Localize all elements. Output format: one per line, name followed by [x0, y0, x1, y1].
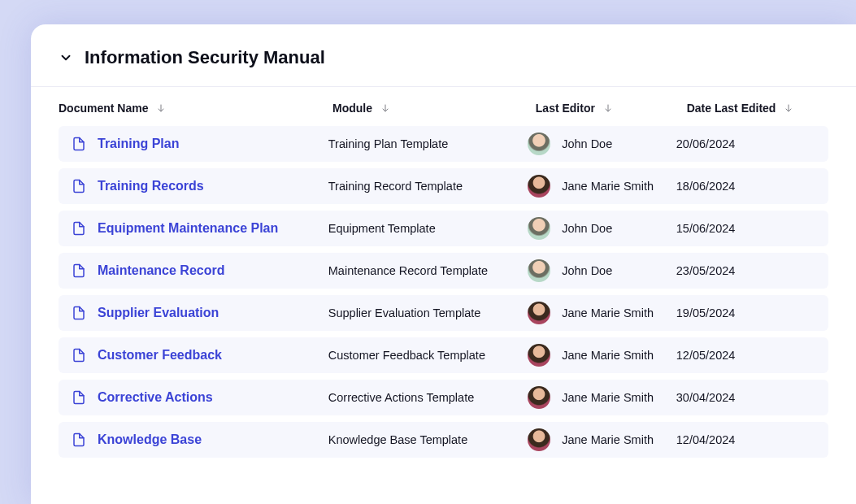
column-header-label: Document Name: [59, 102, 148, 115]
cell-editor: Jane Marie Smith: [528, 344, 676, 367]
cell-module: Equipment Template: [328, 222, 528, 235]
table-row[interactable]: Knowledge BaseKnowledge Base TemplateJan…: [59, 422, 828, 458]
cell-name: Customer Feedback: [72, 348, 328, 363]
column-header-module[interactable]: Module: [332, 102, 536, 115]
cell-name: Knowledge Base: [72, 432, 328, 447]
document-link[interactable]: Training Records: [98, 179, 204, 193]
document-icon: [72, 221, 86, 236]
column-header-date[interactable]: Date Last Edited: [687, 102, 828, 115]
cell-date: 12/04/2024: [676, 433, 815, 446]
editor-name: Jane Marie Smith: [562, 306, 654, 319]
avatar: [528, 428, 550, 451]
editor-name: John Doe: [562, 222, 612, 235]
cell-module: Supplier Evaluation Template: [328, 306, 528, 319]
cell-date: 23/05/2024: [676, 264, 815, 277]
column-header-name[interactable]: Document Name: [59, 102, 332, 115]
cell-date: 15/06/2024: [676, 222, 815, 235]
document-icon: [72, 263, 86, 278]
document-rows: Training PlanTraining Plan TemplateJohn …: [31, 126, 856, 458]
cell-editor: Jane Marie Smith: [528, 386, 676, 409]
avatar: [528, 386, 550, 409]
document-panel: Information Security Manual Document Nam…: [31, 24, 856, 504]
cell-module: Corrective Actions Template: [328, 391, 528, 404]
sort-arrow-icon: [380, 103, 390, 113]
column-header-label: Module: [332, 102, 372, 115]
cell-date: 19/05/2024: [676, 306, 815, 319]
editor-name: John Doe: [562, 137, 612, 150]
cell-editor: John Doe: [528, 133, 676, 155]
cell-name: Training Plan: [72, 137, 328, 151]
document-icon: [72, 306, 86, 320]
avatar: [528, 344, 550, 367]
column-headers: Document Name Module Last Editor Date La…: [31, 87, 856, 126]
document-icon: [72, 390, 86, 405]
sort-arrow-icon: [603, 103, 613, 113]
section-header: Information Security Manual: [31, 24, 856, 87]
document-link[interactable]: Supplier Evaluation: [98, 306, 219, 320]
avatar: [528, 175, 550, 198]
cell-name: Training Records: [72, 179, 328, 193]
document-icon: [72, 348, 86, 363]
table-row[interactable]: Customer FeedbackCustomer Feedback Templ…: [59, 337, 828, 373]
section-title: Information Security Manual: [85, 47, 325, 68]
document-icon: [72, 179, 86, 193]
document-icon: [72, 432, 86, 447]
document-link[interactable]: Training Plan: [98, 137, 179, 151]
editor-name: Jane Marie Smith: [562, 180, 654, 193]
table-row[interactable]: Equipment Maintenance PlanEquipment Temp…: [59, 211, 828, 246]
table-row[interactable]: Training PlanTraining Plan TemplateJohn …: [59, 126, 828, 162]
avatar: [528, 133, 550, 155]
avatar: [528, 302, 550, 324]
column-header-editor[interactable]: Last Editor: [536, 102, 687, 115]
cell-module: Training Record Template: [328, 180, 528, 193]
document-link[interactable]: Customer Feedback: [98, 348, 222, 363]
table-row[interactable]: Maintenance RecordMaintenance Record Tem…: [59, 253, 828, 289]
cell-editor: Jane Marie Smith: [528, 428, 676, 451]
table-row[interactable]: Supplier EvaluationSupplier Evaluation T…: [59, 295, 828, 331]
cell-name: Equipment Maintenance Plan: [72, 221, 328, 236]
chevron-down-icon[interactable]: [59, 50, 73, 65]
cell-date: 30/04/2024: [676, 391, 815, 404]
cell-date: 20/06/2024: [676, 137, 815, 150]
cell-module: Knowledge Base Template: [328, 433, 528, 446]
document-link[interactable]: Equipment Maintenance Plan: [98, 221, 278, 236]
document-link[interactable]: Corrective Actions: [98, 390, 213, 405]
cell-module: Customer Feedback Template: [328, 349, 528, 362]
cell-name: Corrective Actions: [72, 390, 328, 405]
cell-module: Training Plan Template: [328, 137, 528, 150]
cell-module: Maintenance Record Template: [328, 264, 528, 277]
editor-name: Jane Marie Smith: [562, 433, 654, 446]
cell-date: 12/05/2024: [676, 349, 815, 362]
sort-arrow-icon: [784, 103, 793, 113]
column-header-label: Date Last Edited: [687, 102, 776, 115]
cell-editor: Jane Marie Smith: [528, 175, 676, 198]
editor-name: Jane Marie Smith: [562, 349, 654, 362]
table-row[interactable]: Corrective ActionsCorrective Actions Tem…: [59, 380, 828, 415]
cell-date: 18/06/2024: [676, 180, 815, 193]
avatar: [528, 259, 550, 282]
table-row[interactable]: Training RecordsTraining Record Template…: [59, 168, 828, 204]
document-link[interactable]: Knowledge Base: [98, 432, 202, 447]
editor-name: Jane Marie Smith: [562, 391, 654, 404]
sort-arrow-icon: [156, 103, 166, 113]
cell-name: Maintenance Record: [72, 263, 328, 278]
cell-name: Supplier Evaluation: [72, 306, 328, 320]
cell-editor: John Doe: [528, 259, 676, 282]
document-link[interactable]: Maintenance Record: [98, 263, 224, 278]
document-icon: [72, 137, 86, 151]
cell-editor: Jane Marie Smith: [528, 302, 676, 324]
editor-name: John Doe: [562, 264, 612, 277]
avatar: [528, 217, 550, 240]
column-header-label: Last Editor: [536, 102, 595, 115]
cell-editor: John Doe: [528, 217, 676, 240]
